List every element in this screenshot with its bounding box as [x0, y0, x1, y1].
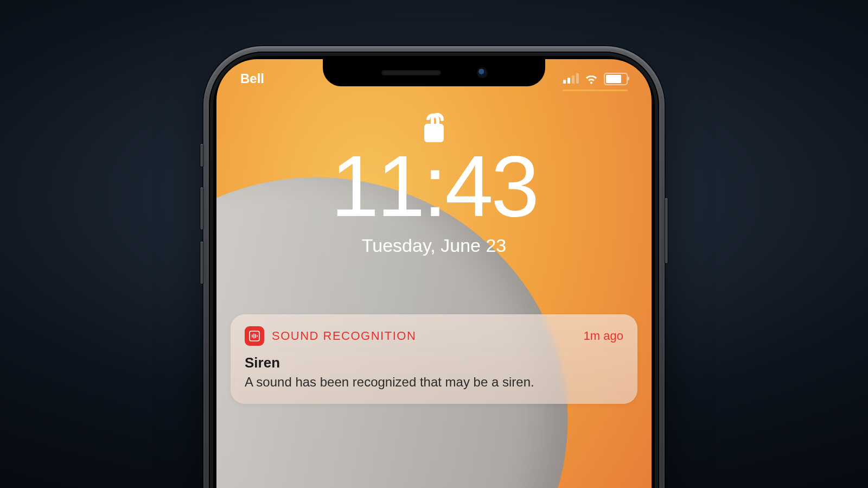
wallpaper-shape	[216, 78, 652, 488]
mute-switch[interactable]	[200, 144, 203, 167]
status-underline	[563, 90, 628, 91]
notification-title: Siren	[245, 354, 623, 371]
unlock-icon	[421, 111, 447, 145]
notification-body: A sound has been recognized that may be …	[245, 373, 623, 391]
notification-timestamp: 1m ago	[584, 329, 623, 343]
phone-frame: Bell	[203, 46, 665, 488]
notification-card[interactable]: SOUND RECOGNITION 1m ago Siren A sound h…	[231, 314, 637, 404]
power-button[interactable]	[665, 198, 668, 263]
notification-app-name: SOUND RECOGNITION	[272, 329, 416, 343]
lock-screen[interactable]: Bell	[216, 59, 652, 488]
lockscreen-date: Tuesday, June 23	[216, 235, 652, 256]
lockscreen-time: 11:43	[216, 141, 652, 232]
svg-rect-0	[425, 125, 443, 142]
notch	[323, 59, 545, 86]
earpiece-speaker	[381, 70, 441, 75]
sound-recognition-icon	[245, 326, 264, 346]
battery-icon	[604, 73, 628, 85]
volume-down-button[interactable]	[200, 242, 203, 284]
front-camera	[478, 68, 487, 77]
wifi-icon	[584, 73, 598, 84]
svg-rect-1	[250, 331, 259, 341]
volume-up-button[interactable]	[200, 187, 203, 230]
status-bar: Bell	[216, 68, 652, 90]
carrier-label: Bell	[240, 71, 264, 86]
cellular-signal-icon	[563, 74, 579, 84]
